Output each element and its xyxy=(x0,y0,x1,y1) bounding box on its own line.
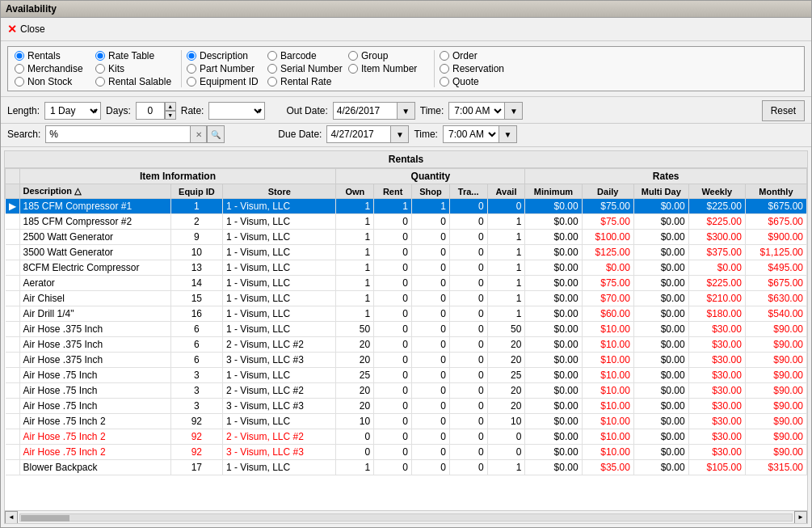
option-nonstock[interactable]: Non Stock xyxy=(15,76,95,87)
nonstock-radio[interactable] xyxy=(15,77,24,87)
col-store[interactable]: Store xyxy=(223,184,336,199)
quote-radio[interactable] xyxy=(440,77,449,87)
itemnumber-radio[interactable] xyxy=(348,64,358,74)
col-minimum[interactable]: Minimum xyxy=(525,184,582,199)
col-multiday[interactable]: Multi Day xyxy=(633,184,688,199)
table-row[interactable]: Air Hose .75 Inch33 - Visum, LLC #320000… xyxy=(6,399,807,414)
option-reservation[interactable]: Reservation xyxy=(440,63,520,74)
option-ratetable[interactable]: Rate Table xyxy=(95,50,176,61)
close-button[interactable]: ✕ Close xyxy=(7,23,45,36)
order-radio[interactable] xyxy=(440,51,449,61)
option-itemnumber[interactable]: Item Number xyxy=(348,63,429,74)
option-description[interactable]: Description xyxy=(187,50,267,61)
option-rentalsalable[interactable]: Rental Salable xyxy=(95,76,176,87)
option-barcode[interactable]: Barcode xyxy=(267,50,348,61)
serialnumber-radio[interactable] xyxy=(267,64,277,74)
cell-avail: 1 xyxy=(487,245,525,260)
col-rent[interactable]: Rent xyxy=(374,184,412,199)
scroll-right-button[interactable]: ► xyxy=(794,511,807,524)
col-equipid[interactable]: Equip ID xyxy=(170,184,222,199)
out-time-select[interactable]: 7:00 AM xyxy=(448,102,505,120)
rate-select[interactable] xyxy=(208,102,265,120)
col-daily[interactable]: Daily xyxy=(582,184,633,199)
cell-shop: 0 xyxy=(412,429,450,445)
table-row[interactable]: Air Hose .375 Inch61 - Visum, LLC5000050… xyxy=(6,322,807,337)
col-own[interactable]: Own xyxy=(336,184,374,199)
out-date-input[interactable] xyxy=(333,102,398,120)
search-input[interactable] xyxy=(45,125,191,143)
due-date-input[interactable] xyxy=(326,125,391,143)
table-row[interactable]: Air Hose .75 Inch 2921 - Visum, LLC10000… xyxy=(6,414,807,429)
col-avail[interactable]: Avail xyxy=(487,184,525,199)
option-group[interactable]: Group xyxy=(348,50,429,61)
table-row[interactable]: 185 CFM Compressor #221 - Visum, LLC1000… xyxy=(6,214,807,230)
option-merchandise[interactable]: Merchandise xyxy=(15,63,95,74)
col-weekly[interactable]: Weekly xyxy=(688,184,745,199)
rentalrate-radio[interactable] xyxy=(267,77,277,87)
rentals-radio[interactable] xyxy=(15,51,24,61)
table-container[interactable]: Item Information Quantity Rates Descript… xyxy=(5,168,807,510)
table-row[interactable]: Aerator141 - Visum, LLC10001$0.00$75.00$… xyxy=(6,276,807,291)
reset-button[interactable]: Reset xyxy=(762,100,805,121)
scroll-left-button[interactable]: ◄ xyxy=(5,511,18,524)
table-row[interactable]: Air Hose .75 Inch 2923 - Visum, LLC #300… xyxy=(6,445,807,460)
cell-store: 1 - Visum, LLC xyxy=(223,460,336,475)
rentalsalable-radio[interactable] xyxy=(95,77,105,87)
cell-own: 1 xyxy=(336,230,374,245)
table-row[interactable]: Air Hose .75 Inch31 - Visum, LLC2500025$… xyxy=(6,368,807,383)
cell-own: 1 xyxy=(336,276,374,291)
days-down-button[interactable]: ▼ xyxy=(165,111,176,120)
option-order[interactable]: Order xyxy=(440,50,520,61)
days-up-button[interactable]: ▲ xyxy=(165,102,176,111)
table-row[interactable]: Air Hose .75 Inch 2922 - Visum, LLC #200… xyxy=(6,429,807,445)
option-rentalrate[interactable]: Rental Rate xyxy=(267,76,348,87)
horizontal-scrollbar-track[interactable] xyxy=(19,513,793,522)
cell-description: 185 CFM Compressor #1 xyxy=(19,199,170,214)
table-row[interactable]: Air Chisel151 - Visum, LLC10001$0.00$70.… xyxy=(6,291,807,306)
kits-radio[interactable] xyxy=(95,64,105,74)
option-kits[interactable]: Kits xyxy=(95,63,176,74)
col-shop[interactable]: Shop xyxy=(412,184,450,199)
option-serialnumber[interactable]: Serial Number xyxy=(267,63,348,74)
equipmentid-radio[interactable] xyxy=(187,77,196,87)
option-partnumber[interactable]: Part Number xyxy=(187,63,267,74)
partnumber-radio[interactable] xyxy=(187,64,196,74)
table-row[interactable]: 2500 Watt Generator91 - Visum, LLC10001$… xyxy=(6,230,807,245)
description-radio[interactable] xyxy=(187,51,196,61)
days-input[interactable] xyxy=(136,102,165,120)
option-rentals[interactable]: Rentals xyxy=(15,50,95,61)
length-select[interactable]: 1 Day 2 Days 1 Week xyxy=(44,102,101,120)
col-description[interactable]: Description △ xyxy=(19,184,170,199)
cell-multiday: $0.00 xyxy=(633,322,688,337)
table-row[interactable]: Air Hose .375 Inch63 - Visum, LLC #32000… xyxy=(6,353,807,368)
due-time-select[interactable]: 7:00 AM xyxy=(443,125,499,143)
option-equipmentid[interactable]: Equipment ID xyxy=(187,76,267,87)
option-quote[interactable]: Quote xyxy=(440,76,520,87)
table-row[interactable]: 8CFM Electric Compressor131 - Visum, LLC… xyxy=(6,260,807,276)
merchandise-radio[interactable] xyxy=(15,64,24,74)
table-row[interactable]: Blower Backpack171 - Visum, LLC10001$0.0… xyxy=(6,460,807,475)
table-row[interactable]: Air Drill 1/4"161 - Visum, LLC10001$0.00… xyxy=(6,306,807,322)
cell-equipid: 6 xyxy=(170,353,222,368)
group-radio[interactable] xyxy=(348,51,358,61)
table-row[interactable]: Air Hose .75 Inch32 - Visum, LLC #220000… xyxy=(6,383,807,399)
cell-shop: 0 xyxy=(412,414,450,429)
out-date-picker-button[interactable]: ▼ xyxy=(398,102,415,120)
horizontal-scrollbar[interactable]: ◄ ► xyxy=(5,510,807,523)
table-row[interactable]: Air Hose .375 Inch62 - Visum, LLC #22000… xyxy=(6,337,807,353)
cell-multiday: $0.00 xyxy=(633,199,688,214)
reservation-radio[interactable] xyxy=(440,64,449,74)
ratetable-radio[interactable] xyxy=(95,51,105,61)
table-row[interactable]: 3500 Watt Generator101 - Visum, LLC10001… xyxy=(6,245,807,260)
search-clear-button[interactable]: ✕ xyxy=(191,125,207,143)
row-indicator xyxy=(6,276,20,291)
due-time-dropdown-button[interactable]: ▼ xyxy=(499,125,517,143)
barcode-radio[interactable] xyxy=(267,51,277,61)
col-monthly[interactable]: Monthly xyxy=(745,184,806,199)
out-time-dropdown-button[interactable]: ▼ xyxy=(505,102,523,120)
table-row[interactable]: ▶185 CFM Compressor #111 - Visum, LLC111… xyxy=(6,199,807,214)
cell-own: 20 xyxy=(336,399,374,414)
due-date-picker-button[interactable]: ▼ xyxy=(391,125,409,143)
search-go-button[interactable]: 🔍 xyxy=(207,125,225,143)
col-tra[interactable]: Tra... xyxy=(449,184,487,199)
